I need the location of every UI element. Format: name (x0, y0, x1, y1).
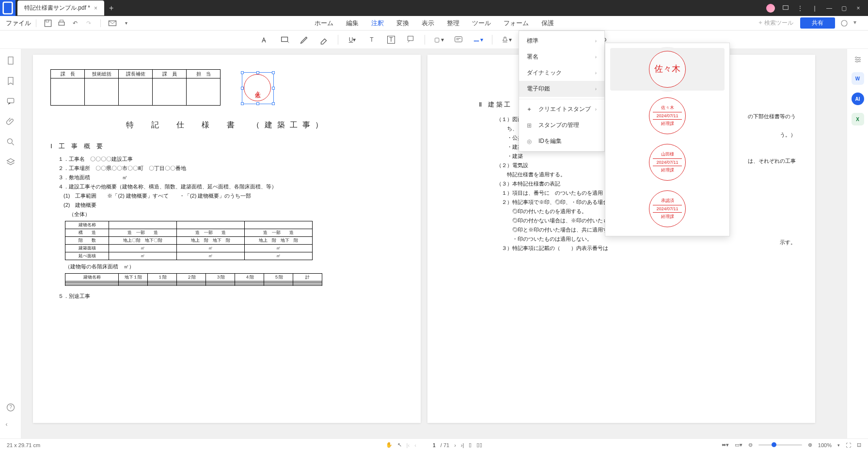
underline-icon[interactable]: U ▾ (347, 34, 358, 45)
tab-organize[interactable]: 整理 (447, 19, 459, 28)
area-highlight-icon[interactable] (280, 34, 290, 45)
menu-dynamic[interactable]: ダイナミック› (519, 65, 604, 81)
building-table: 建物名称 構 造造 一部 造造 一部 造造 一部 造 階 数地上〇階 地下〇階地… (65, 221, 313, 260)
search-tools[interactable]: ✦ 検索ツール (758, 19, 793, 27)
file-menu[interactable]: ファイル (6, 19, 31, 28)
tab-edit[interactable]: 編集 (346, 19, 359, 28)
page-number-input[interactable] (421, 442, 436, 448)
tab-close-icon[interactable]: × (94, 5, 97, 12)
tab-view[interactable]: 表示 (422, 19, 434, 28)
text-line: ４．建設工事その他概要（建物名称、構造、階数、建築面積、延べ面積、各階床面積、等… (58, 183, 403, 190)
thumbnails-icon[interactable] (6, 56, 16, 65)
toolbar-chevron-icon[interactable]: ▾ (121, 18, 131, 28)
attachments-icon[interactable] (6, 117, 16, 126)
collapse-rail-icon[interactable]: ‹ (6, 421, 16, 431)
help-icon[interactable]: ? (6, 403, 16, 412)
selection-handles[interactable] (242, 72, 274, 104)
tab-tools[interactable]: ツール (472, 19, 491, 28)
minimize-icon[interactable]: — (825, 4, 833, 12)
tab-home[interactable]: ホーム (315, 19, 333, 28)
excel-export-icon[interactable]: X (852, 113, 864, 125)
menu-edit-id[interactable]: ◎IDを編集 (519, 133, 604, 149)
text-box-icon[interactable]: T (386, 34, 396, 45)
stamp-dropdown-menu: 標準› 署名› ダイナミック› 電子印鑑› ✦クリエイトスタンプ› ⊞スタンプの… (519, 31, 605, 152)
print-icon[interactable] (57, 18, 66, 28)
next-page-icon[interactable]: › (454, 442, 456, 448)
placed-stamp[interactable]: 佐々木 (244, 74, 272, 102)
two-page-icon[interactable]: ▯▯ (476, 442, 482, 448)
reading-mode-icon[interactable]: ▭▾ (735, 442, 742, 448)
menu-standard[interactable]: 標準› (519, 33, 604, 49)
text-line: ３．敷地面積 ㎡ (58, 174, 403, 181)
menu-signature[interactable]: 署名› (519, 49, 604, 65)
fullscreen-icon[interactable]: ⛶ (846, 442, 851, 448)
expand-icon[interactable]: ▾ (853, 19, 862, 28)
text-line: (2) 建物概要 (58, 202, 403, 209)
hand-tool-icon[interactable]: ✋ (386, 442, 393, 448)
notifications-icon[interactable] (782, 4, 789, 12)
zoom-out-icon[interactable]: ⊖ (748, 442, 753, 448)
user-avatar[interactable] (766, 4, 775, 13)
stamp-preview: 承認済 2024/07/11 経理課 (649, 190, 686, 227)
stamp-option[interactable]: 佐々木 2024/07/11 経理課 (610, 94, 725, 137)
undo-icon[interactable]: ↶ (70, 18, 80, 28)
redo-icon[interactable]: ↷ (84, 18, 94, 28)
close-window-icon[interactable]: × (854, 4, 862, 12)
zoom-level[interactable]: 100% (818, 442, 832, 448)
highlighter-icon[interactable] (260, 34, 271, 45)
svg-rect-14 (8, 57, 13, 64)
new-tab-button[interactable]: + (109, 4, 113, 13)
callout-icon[interactable] (405, 34, 416, 45)
text-fragment: は、それぞれの工事 (748, 157, 796, 165)
share-button[interactable]: 共有 (800, 17, 835, 29)
stamp-option[interactable]: 山田様 2024/07/11 経理課 (610, 141, 725, 184)
pencil-icon[interactable] (299, 34, 310, 45)
zoom-in-icon[interactable]: ⊕ (808, 442, 812, 448)
note-icon[interactable] (453, 34, 464, 45)
menu-tabs: ホーム 編集 注釈 変換 表示 整理 ツール フォーム 保護 (315, 19, 554, 28)
comments-icon[interactable] (6, 96, 16, 106)
separator (492, 35, 492, 45)
search-panel-icon[interactable] (6, 137, 16, 147)
stamp-icon[interactable]: ▾ (501, 34, 512, 45)
text-fragment: の下部仕様書等のう (748, 113, 796, 120)
maximize-icon[interactable]: ▢ (840, 4, 848, 12)
stamp-option[interactable]: 佐 (610, 234, 725, 236)
cloud-icon[interactable] (840, 19, 849, 28)
layers-icon[interactable] (6, 157, 16, 167)
settings-sliders-icon[interactable] (853, 55, 863, 64)
fit-width-icon[interactable]: ⬌▾ (722, 442, 729, 448)
select-tool-icon[interactable]: ↖ (397, 442, 402, 448)
tab-convert[interactable]: 変換 (396, 19, 409, 28)
sig-header: 技術総括 (85, 70, 119, 78)
word-export-icon[interactable]: W (852, 72, 864, 85)
last-page-icon[interactable]: ›| (461, 442, 464, 448)
main-toolbar: ファイル ↶ ↷ ▾ ホーム 編集 注釈 変換 表示 整理 ツール フォーム 保… (0, 16, 868, 31)
svg-text:?: ? (9, 404, 12, 410)
tab-form[interactable]: フォーム (504, 19, 529, 28)
stamp-option[interactable]: 承認済 2024/07/11 経理課 (610, 187, 725, 230)
single-page-icon[interactable]: ▯ (469, 442, 472, 448)
eraser-icon[interactable] (318, 34, 329, 45)
menu-create-stamp[interactable]: ✦クリエイトスタンプ› (519, 101, 604, 117)
prev-page-icon[interactable]: ‹ (414, 442, 416, 448)
menu-eseal[interactable]: 電子印鑑› (519, 81, 604, 97)
text-icon[interactable]: T (366, 34, 377, 45)
document-tab[interactable]: 特記仕様書サンプル.pdf * × (17, 0, 104, 16)
shape-icon[interactable]: ▢ ▾ (434, 34, 444, 45)
first-page-icon[interactable]: |‹ (407, 442, 410, 448)
tab-annotate[interactable]: 注釈 (371, 19, 384, 28)
menu-manage-stamps[interactable]: ⊞スタンプの管理 (519, 117, 604, 133)
bookmarks-icon[interactable] (6, 76, 16, 86)
measure-icon[interactable]: ▾ (473, 34, 483, 45)
ai-assistant-icon[interactable]: AI (852, 93, 864, 105)
stamp-option[interactable]: 佐々木 (610, 48, 725, 91)
zoom-slider[interactable] (758, 444, 802, 446)
app-logo[interactable] (0, 0, 16, 16)
annotation-toolbar: U ▾ T T ▢ ▾ ▾ ▾ ▾ 標準› 署名› ダイナミック› 電子印鑑› … (0, 31, 868, 49)
tab-protect[interactable]: 保護 (541, 19, 554, 28)
mail-icon[interactable] (108, 18, 117, 28)
more-icon[interactable]: ⋮ (796, 4, 804, 12)
fit-page-icon[interactable]: ⊡ (857, 442, 861, 448)
save-icon[interactable] (43, 18, 53, 28)
